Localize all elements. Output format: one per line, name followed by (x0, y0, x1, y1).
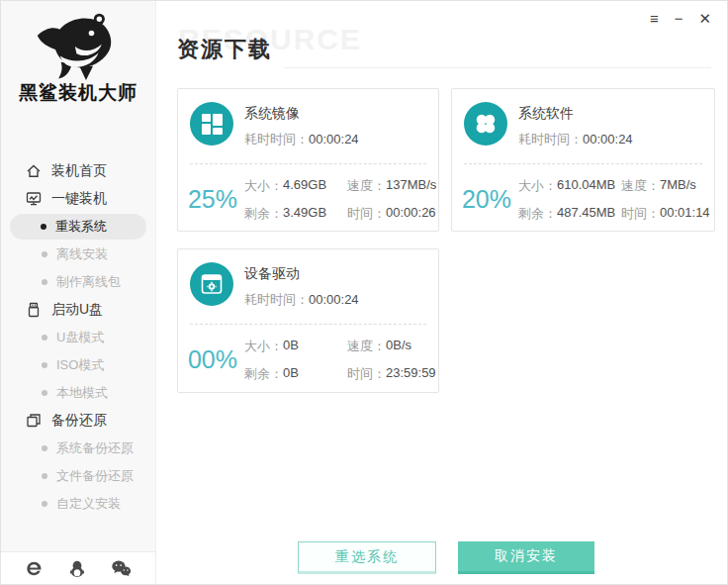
home-icon (26, 163, 42, 179)
size-stat: 大小：0B (244, 338, 343, 355)
sidebar-item-file-backup-restore[interactable]: 文件备份还原 (1, 462, 155, 490)
card-device-driver: 设备驱动 耗时时间：00:00:24 00% 大小：0B 速度：0B/s 剩余：… (177, 248, 439, 393)
bullet-icon (42, 445, 47, 451)
title-divider (284, 67, 711, 68)
window-controls: ≡ − ✕ (650, 10, 711, 28)
card-divider (464, 163, 702, 164)
sidebar-item-system-backup-restore[interactable]: 系统备份还原 (1, 435, 155, 462)
stats-row: 剩余：3.49GB 时间：00:00:26 (244, 205, 432, 223)
card-title: 系统镜像 (244, 105, 300, 123)
qq-icon[interactable] (68, 559, 86, 578)
time-stat: 时间：00:01:14 (621, 205, 710, 223)
card-divider (190, 324, 426, 325)
sidebar-item-boot-usb[interactable]: 启动U盘 (1, 296, 155, 324)
sidebar-item-label: 启动U盘 (51, 301, 103, 319)
stats-row: 剩余：487.45MB 时间：00:01:14 (518, 205, 708, 223)
remaining-stat: 剩余：3.49GB (244, 205, 343, 223)
remaining-stat: 剩余：487.45MB (518, 205, 617, 223)
sidebar-item-home[interactable]: 装机首页 (1, 157, 155, 185)
bullet-icon (42, 390, 47, 396)
system-software-icon (464, 102, 507, 146)
sidebar-item-make-offline-package[interactable]: 制作离线包 (1, 268, 155, 296)
progress-percent: 20% (458, 185, 515, 214)
elapsed-time: 耗时时间：00:00:24 (244, 131, 359, 148)
bullet-icon (42, 501, 47, 507)
system-image-icon (190, 102, 233, 146)
sidebar-item-backup-restore[interactable]: 备份还原 (1, 407, 155, 435)
device-driver-icon (190, 262, 233, 306)
bullet-icon (41, 224, 46, 230)
card-title: 系统软件 (518, 105, 574, 123)
elapsed-time: 耗时时间：00:00:24 (518, 131, 633, 148)
sidebar-footer (1, 551, 155, 584)
speed-stat: 速度：0B/s (347, 338, 411, 355)
sidebar-item-label: 自定义安装 (56, 495, 121, 513)
bullet-icon (42, 251, 47, 257)
stats-row: 大小：610.04MB 速度：7MB/s (518, 177, 708, 195)
sidebar-item-label: 本地模式 (56, 384, 108, 402)
sidebar-item-label: 系统备份还原 (56, 439, 134, 457)
progress-percent: 00% (184, 345, 241, 374)
sidebar-item-label: 一键装机 (51, 190, 107, 208)
remaining-stat: 剩余：0B (244, 365, 343, 383)
sidebar-item-offline-install[interactable]: 离线安装 (1, 241, 155, 268)
stats-row: 大小：4.69GB 速度：137MB/s (244, 177, 432, 195)
reselect-system-button[interactable]: 重选系统 (298, 541, 436, 574)
close-button[interactable]: ✕ (698, 10, 711, 28)
action-bar: 重选系统 取消安装 (298, 541, 594, 574)
bullet-icon (42, 473, 47, 479)
sidebar-item-label: 离线安装 (56, 245, 108, 263)
bullet-icon (42, 335, 47, 341)
bullet-icon (42, 279, 47, 285)
monitor-icon (26, 191, 42, 207)
size-stat: 大小：4.69GB (244, 177, 343, 195)
sidebar-item-reinstall-system[interactable]: 重装系统 (10, 214, 146, 240)
cancel-install-button[interactable]: 取消安装 (458, 541, 594, 574)
app-window: 黑鲨装机大师 装机首页 一键装机 重装系统 离线安装 (0, 0, 728, 585)
bullet-icon (42, 362, 47, 368)
sidebar-item-label: 装机首页 (51, 162, 107, 180)
sidebar-item-local-mode[interactable]: 本地模式 (1, 379, 155, 407)
card-system-image: 系统镜像 耗时时间：00:00:24 25% 大小：4.69GB 速度：137M… (177, 88, 439, 232)
sidebar-item-label: 文件备份还原 (56, 467, 134, 485)
sidebar-item-label: U盘模式 (56, 329, 104, 346)
sidebar-item-custom-install[interactable]: 自定义安装 (1, 490, 155, 518)
progress-percent: 25% (184, 185, 241, 214)
sidebar-item-usb-mode[interactable]: U盘模式 (1, 324, 155, 351)
stats-row: 大小：0B 速度：0B/s (244, 338, 432, 355)
sidebar-item-iso-mode[interactable]: ISO模式 (1, 351, 155, 379)
shark-logo-icon (31, 9, 126, 84)
sidebar-nav: 装机首页 一键装机 重装系统 离线安装 制作离线包 (1, 157, 155, 518)
download-stats: 大小：610.04MB 速度：7MB/s 剩余：487.45MB 时间：00:0… (518, 177, 708, 223)
menu-button[interactable]: ≡ (650, 10, 659, 28)
time-stat: 时间：00:00:26 (347, 205, 436, 223)
wechat-icon[interactable] (111, 559, 132, 577)
time-stat: 时间：23:59:59 (347, 365, 436, 383)
card-system-software: 系统软件 耗时时间：00:00:24 20% 大小：610.04MB 速度：7M… (451, 88, 715, 232)
usb-drive-icon (26, 302, 42, 318)
elapsed-time: 耗时时间：00:00:24 (244, 291, 359, 309)
sidebar-item-label: 备份还原 (51, 412, 107, 430)
sidebar-item-label: ISO模式 (56, 356, 104, 374)
page-title: 资源下载 (177, 35, 272, 64)
app-logo: 黑鲨装机大师 (1, 9, 155, 106)
backup-restore-icon (26, 413, 42, 429)
sidebar: 黑鲨装机大师 装机首页 一键装机 重装系统 离线安装 (1, 1, 156, 584)
sidebar-item-label: 重装系统 (55, 218, 107, 236)
download-stats: 大小：4.69GB 速度：137MB/s 剩余：3.49GB 时间：00:00:… (244, 177, 432, 223)
sidebar-item-one-click-install[interactable]: 一键装机 (1, 185, 155, 213)
card-divider (190, 163, 426, 164)
card-title: 设备驱动 (244, 265, 300, 283)
size-stat: 大小：610.04MB (518, 177, 617, 195)
sidebar-item-label: 制作离线包 (56, 273, 121, 291)
speed-stat: 速度：137MB/s (347, 177, 436, 195)
stats-row: 剩余：0B 时间：23:59:59 (244, 365, 432, 383)
speed-stat: 速度：7MB/s (621, 177, 696, 195)
download-stats: 大小：0B 速度：0B/s 剩余：0B 时间：23:59:59 (244, 338, 432, 383)
ie-browser-icon[interactable] (25, 559, 44, 578)
app-title: 黑鲨装机大师 (1, 80, 155, 106)
minimize-button[interactable]: − (675, 10, 683, 28)
